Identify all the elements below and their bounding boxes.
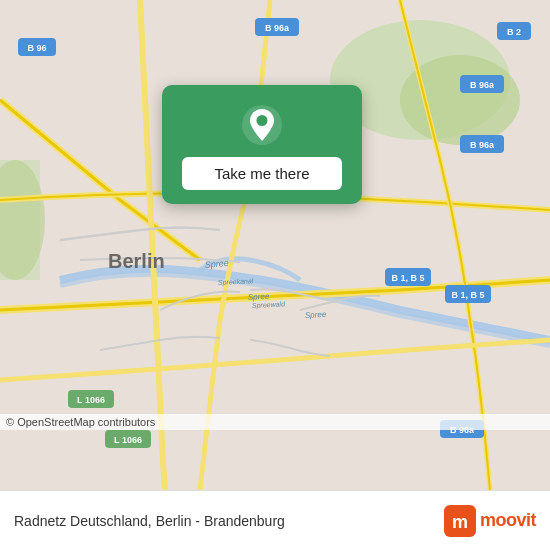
popup-card: Take me there bbox=[162, 85, 362, 204]
moovit-logo: m moovit bbox=[444, 505, 536, 537]
moovit-label: moovit bbox=[480, 510, 536, 531]
bottom-bar: Radnetz Deutschland, Berlin - Brandenbur… bbox=[0, 490, 550, 550]
svg-text:L 1066: L 1066 bbox=[77, 395, 105, 405]
location-pin-icon bbox=[240, 103, 284, 147]
svg-text:B 96a: B 96a bbox=[470, 80, 495, 90]
svg-text:m: m bbox=[452, 512, 468, 532]
copyright-text: © OpenStreetMap contributors bbox=[6, 416, 155, 428]
svg-text:L 1066: L 1066 bbox=[114, 435, 142, 445]
svg-text:B 1, B 5: B 1, B 5 bbox=[391, 273, 424, 283]
app-subtitle: Radnetz Deutschland, Berlin - Brandenbur… bbox=[14, 513, 285, 529]
svg-text:B 96a: B 96a bbox=[265, 23, 290, 33]
svg-text:B 96a: B 96a bbox=[470, 140, 495, 150]
svg-text:B 1, B 5: B 1, B 5 bbox=[451, 290, 484, 300]
take-me-there-button[interactable]: Take me there bbox=[182, 157, 342, 190]
svg-point-32 bbox=[257, 115, 268, 126]
svg-text:Spree: Spree bbox=[204, 258, 229, 270]
svg-text:Spree: Spree bbox=[305, 310, 327, 320]
svg-text:B 96: B 96 bbox=[27, 43, 46, 53]
map-container: B 96 B 96a B 2 B 96a B 96a B 1, B 5 B 1,… bbox=[0, 0, 550, 490]
copyright-bar: © OpenStreetMap contributors bbox=[0, 414, 550, 430]
svg-text:B 2: B 2 bbox=[507, 27, 521, 37]
moovit-icon: m bbox=[444, 505, 476, 537]
svg-text:Berlin: Berlin bbox=[108, 250, 165, 272]
